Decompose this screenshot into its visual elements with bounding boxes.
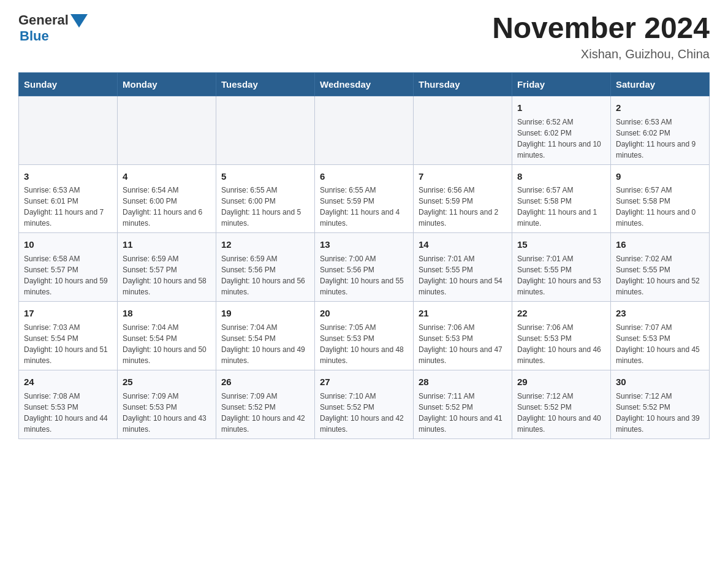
col-friday: Friday: [512, 72, 611, 96]
day-number: 20: [320, 307, 408, 320]
day-info: Sunrise: 6:59 AMSunset: 5:57 PMDaylight:…: [123, 253, 211, 297]
page-header: General Blue November 2024 Xishan, Guizh…: [18, 12, 710, 61]
calendar-title: November 2024: [492, 12, 710, 45]
table-row: 20Sunrise: 7:05 AMSunset: 5:53 PMDayligh…: [315, 302, 414, 370]
calendar-subtitle: Xishan, Guizhou, China: [492, 47, 710, 61]
day-info: Sunrise: 7:07 AMSunset: 5:53 PMDaylight:…: [616, 322, 704, 366]
calendar-table: Sunday Monday Tuesday Wednesday Thursday…: [18, 72, 710, 439]
day-info: Sunrise: 6:55 AMSunset: 5:59 PMDaylight:…: [320, 185, 408, 229]
day-number: 4: [123, 170, 211, 183]
day-info: Sunrise: 7:04 AMSunset: 5:54 PMDaylight:…: [221, 322, 309, 366]
day-info: Sunrise: 7:01 AMSunset: 5:55 PMDaylight:…: [419, 253, 507, 297]
calendar-week-row: 24Sunrise: 7:08 AMSunset: 5:53 PMDayligh…: [19, 370, 710, 439]
day-number: 12: [221, 238, 309, 251]
day-info: Sunrise: 6:53 AMSunset: 6:02 PMDaylight:…: [616, 117, 704, 161]
calendar-week-row: 17Sunrise: 7:03 AMSunset: 5:54 PMDayligh…: [19, 302, 710, 370]
day-info: Sunrise: 6:52 AMSunset: 6:02 PMDaylight:…: [517, 117, 605, 161]
logo-general-text: General: [18, 12, 69, 28]
day-info: Sunrise: 6:59 AMSunset: 5:56 PMDaylight:…: [221, 253, 309, 297]
day-number: 27: [320, 375, 408, 389]
table-row: [315, 96, 414, 164]
day-info: Sunrise: 7:08 AMSunset: 5:53 PMDaylight:…: [24, 391, 112, 435]
table-row: 7Sunrise: 6:56 AMSunset: 5:59 PMDaylight…: [414, 164, 512, 233]
table-row: 1Sunrise: 6:52 AMSunset: 6:02 PMDaylight…: [512, 96, 611, 164]
table-row: 28Sunrise: 7:11 AMSunset: 5:52 PMDayligh…: [414, 370, 512, 439]
col-wednesday: Wednesday: [315, 72, 414, 96]
logo: General Blue: [18, 12, 88, 44]
table-row: 26Sunrise: 7:09 AMSunset: 5:52 PMDayligh…: [216, 370, 315, 439]
table-row: 23Sunrise: 7:07 AMSunset: 5:53 PMDayligh…: [611, 302, 710, 370]
day-number: 14: [419, 238, 507, 251]
day-info: Sunrise: 7:04 AMSunset: 5:54 PMDaylight:…: [123, 322, 211, 366]
table-row: 22Sunrise: 7:06 AMSunset: 5:53 PMDayligh…: [512, 302, 611, 370]
day-info: Sunrise: 7:10 AMSunset: 5:52 PMDaylight:…: [320, 391, 408, 435]
calendar-week-row: 10Sunrise: 6:58 AMSunset: 5:57 PMDayligh…: [19, 233, 710, 302]
table-row: 15Sunrise: 7:01 AMSunset: 5:55 PMDayligh…: [512, 233, 611, 302]
calendar-week-row: 1Sunrise: 6:52 AMSunset: 6:02 PMDaylight…: [19, 96, 710, 164]
day-info: Sunrise: 7:06 AMSunset: 5:53 PMDaylight:…: [517, 322, 605, 366]
title-area: November 2024 Xishan, Guizhou, China: [492, 12, 710, 61]
day-info: Sunrise: 6:57 AMSunset: 5:58 PMDaylight:…: [517, 185, 605, 229]
col-thursday: Thursday: [414, 72, 512, 96]
day-number: 26: [221, 375, 309, 389]
table-row: 3Sunrise: 6:53 AMSunset: 6:01 PMDaylight…: [19, 164, 118, 233]
table-row: 29Sunrise: 7:12 AMSunset: 5:52 PMDayligh…: [512, 370, 611, 439]
day-info: Sunrise: 7:05 AMSunset: 5:53 PMDaylight:…: [320, 322, 408, 366]
table-row: 14Sunrise: 7:01 AMSunset: 5:55 PMDayligh…: [414, 233, 512, 302]
table-row: 2Sunrise: 6:53 AMSunset: 6:02 PMDaylight…: [611, 96, 710, 164]
table-row: [216, 96, 315, 164]
day-info: Sunrise: 7:01 AMSunset: 5:55 PMDaylight:…: [517, 253, 605, 297]
table-row: 11Sunrise: 6:59 AMSunset: 5:57 PMDayligh…: [118, 233, 216, 302]
day-number: 17: [24, 307, 112, 320]
table-row: 8Sunrise: 6:57 AMSunset: 5:58 PMDaylight…: [512, 164, 611, 233]
day-number: 8: [517, 170, 605, 183]
day-number: 5: [221, 170, 309, 183]
day-number: 13: [320, 238, 408, 251]
svg-marker-0: [70, 14, 88, 28]
col-saturday: Saturday: [611, 72, 710, 96]
table-row: [118, 96, 216, 164]
day-number: 16: [616, 238, 704, 251]
day-number: 11: [123, 238, 211, 251]
day-info: Sunrise: 7:06 AMSunset: 5:53 PMDaylight:…: [419, 322, 507, 366]
day-info: Sunrise: 7:12 AMSunset: 5:52 PMDaylight:…: [517, 391, 605, 435]
logo-triangle-icon: [70, 14, 88, 28]
day-number: 28: [419, 375, 507, 389]
table-row: 4Sunrise: 6:54 AMSunset: 6:00 PMDaylight…: [118, 164, 216, 233]
logo-blue-text: Blue: [20, 28, 49, 44]
day-info: Sunrise: 6:58 AMSunset: 5:57 PMDaylight:…: [24, 253, 112, 297]
day-number: 1: [517, 101, 605, 115]
day-info: Sunrise: 7:00 AMSunset: 5:56 PMDaylight:…: [320, 253, 408, 297]
table-row: 30Sunrise: 7:12 AMSunset: 5:52 PMDayligh…: [611, 370, 710, 439]
day-number: 29: [517, 375, 605, 389]
day-info: Sunrise: 7:02 AMSunset: 5:55 PMDaylight:…: [616, 253, 704, 297]
table-row: 16Sunrise: 7:02 AMSunset: 5:55 PMDayligh…: [611, 233, 710, 302]
day-number: 3: [24, 170, 112, 183]
table-row: [414, 96, 512, 164]
table-row: 18Sunrise: 7:04 AMSunset: 5:54 PMDayligh…: [118, 302, 216, 370]
table-row: 25Sunrise: 7:09 AMSunset: 5:53 PMDayligh…: [118, 370, 216, 439]
day-number: 18: [123, 307, 211, 320]
col-tuesday: Tuesday: [216, 72, 315, 96]
table-row: 6Sunrise: 6:55 AMSunset: 5:59 PMDaylight…: [315, 164, 414, 233]
day-number: 9: [616, 170, 704, 183]
table-row: 24Sunrise: 7:08 AMSunset: 5:53 PMDayligh…: [19, 370, 118, 439]
col-monday: Monday: [118, 72, 216, 96]
day-info: Sunrise: 6:53 AMSunset: 6:01 PMDaylight:…: [24, 185, 112, 229]
day-number: 23: [616, 307, 704, 320]
day-number: 30: [616, 375, 704, 389]
day-number: 2: [616, 101, 704, 115]
table-row: 12Sunrise: 6:59 AMSunset: 5:56 PMDayligh…: [216, 233, 315, 302]
table-row: 27Sunrise: 7:10 AMSunset: 5:52 PMDayligh…: [315, 370, 414, 439]
day-info: Sunrise: 7:12 AMSunset: 5:52 PMDaylight:…: [616, 391, 704, 435]
day-number: 22: [517, 307, 605, 320]
day-number: 10: [24, 238, 112, 251]
table-row: 13Sunrise: 7:00 AMSunset: 5:56 PMDayligh…: [315, 233, 414, 302]
day-number: 25: [123, 375, 211, 389]
day-info: Sunrise: 7:09 AMSunset: 5:52 PMDaylight:…: [221, 391, 309, 435]
day-info: Sunrise: 6:55 AMSunset: 6:00 PMDaylight:…: [221, 185, 309, 229]
calendar-week-row: 3Sunrise: 6:53 AMSunset: 6:01 PMDaylight…: [19, 164, 710, 233]
day-info: Sunrise: 7:03 AMSunset: 5:54 PMDaylight:…: [24, 322, 112, 366]
day-info: Sunrise: 6:54 AMSunset: 6:00 PMDaylight:…: [123, 185, 211, 229]
day-number: 24: [24, 375, 112, 389]
